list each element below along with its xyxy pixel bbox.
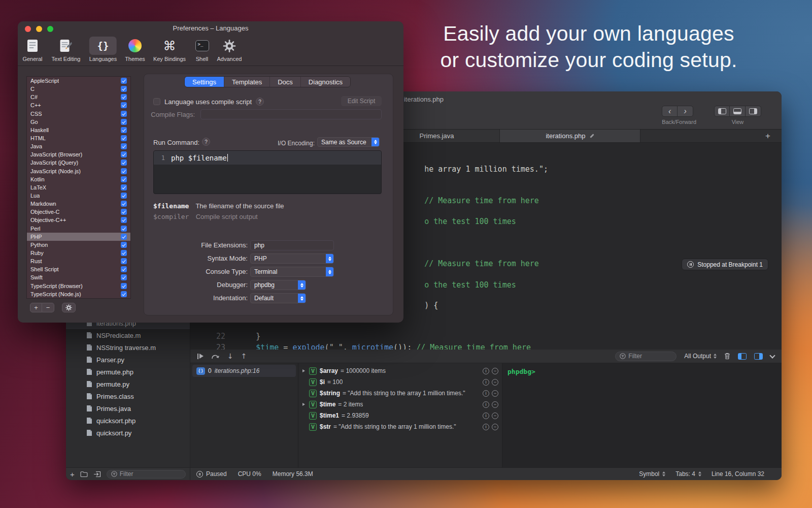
output-filter-select[interactable]: All Output (684, 352, 717, 360)
file-row[interactable]: Primes.java (66, 402, 190, 415)
language-checkbox[interactable] (121, 242, 127, 248)
language-checkbox[interactable] (121, 283, 127, 289)
variable-row[interactable]: $i = 100 (298, 376, 502, 388)
language-checkbox[interactable] (121, 176, 127, 182)
language-row[interactable]: Go (27, 118, 130, 126)
breakpoint-item[interactable]: 0 iterations.php:16 (192, 365, 296, 377)
prefs-tab-advanced[interactable]: Advanced (217, 37, 242, 62)
file-row[interactable]: NSPredicate.m (66, 329, 190, 341)
toggle-right-pane-button[interactable] (754, 353, 763, 360)
language-checkbox[interactable] (121, 119, 127, 125)
remove-icon[interactable] (492, 379, 498, 386)
remove-icon[interactable] (492, 424, 498, 430)
edit-script-button[interactable]: Edit Script (341, 96, 382, 106)
language-row[interactable]: Objective-C (27, 208, 130, 216)
file-filter[interactable] (107, 470, 186, 479)
language-checkbox[interactable] (121, 266, 127, 272)
step-out-button[interactable]: ↑ (241, 352, 247, 360)
language-row[interactable]: LaTeX (27, 183, 130, 192)
language-checkbox[interactable] (121, 291, 127, 297)
prefs-tab-text-editing[interactable]: Text Editing (52, 37, 81, 62)
language-checkbox[interactable] (121, 160, 127, 166)
language-checkbox[interactable] (121, 193, 127, 199)
file-row[interactable]: quicksort.py (66, 427, 190, 439)
language-checkbox[interactable] (121, 78, 127, 84)
language-row[interactable]: C# (27, 93, 130, 101)
debug-console[interactable]: phpdbg> (502, 363, 782, 467)
view-sidebar-button[interactable] (714, 106, 730, 117)
info-icon[interactable] (483, 424, 489, 430)
language-checkbox[interactable] (121, 274, 127, 280)
tab-diagnostics[interactable]: Diagnostics (301, 77, 350, 87)
indentation-select[interactable]: Default (250, 293, 306, 303)
disclosure-triangle-icon[interactable] (302, 369, 308, 372)
language-row[interactable]: Python (27, 241, 130, 249)
language-checkbox[interactable] (121, 168, 127, 174)
info-icon[interactable] (483, 401, 489, 408)
forward-button[interactable] (678, 106, 693, 117)
file-row[interactable]: permute.php (66, 366, 190, 378)
file-extensions-field[interactable]: php (250, 240, 334, 250)
language-row[interactable]: C++ (27, 101, 130, 109)
help-icon[interactable] (202, 138, 210, 146)
console-type-select[interactable]: Terminal (250, 267, 334, 277)
console-filter[interactable] (615, 352, 676, 361)
language-row[interactable]: CSS (27, 110, 130, 118)
language-row[interactable]: Markdown (27, 200, 130, 208)
remove-icon[interactable] (492, 401, 498, 408)
prefs-tab-general[interactable]: General (21, 37, 44, 62)
prefs-tab-shell[interactable]: Shell (190, 37, 214, 62)
variable-row[interactable]: $time1 = 2.93859 (298, 410, 502, 421)
language-row[interactable]: Objective-C++ (27, 216, 130, 224)
language-row[interactable]: TypeScript (Node.js) (27, 290, 130, 298)
export-button[interactable] (93, 471, 101, 478)
prefs-tab-themes[interactable]: Themes (123, 37, 147, 62)
view-inspector-button[interactable] (746, 106, 761, 117)
language-row[interactable]: TypeScript (Browser) (27, 282, 130, 290)
collapse-console-button[interactable] (770, 355, 774, 358)
variable-row[interactable]: $time = 2 items (298, 399, 502, 410)
language-row[interactable]: Perl (27, 225, 130, 233)
close-button[interactable] (25, 26, 31, 32)
tab-templates[interactable]: Templates (224, 77, 270, 87)
language-checkbox[interactable] (121, 184, 127, 190)
language-row[interactable]: JavaScript (jQuery) (27, 158, 130, 167)
language-row[interactable]: JavaScript (Node.js) (27, 167, 130, 175)
remove-icon[interactable] (492, 368, 498, 374)
file-row[interactable]: quicksort.php (66, 415, 190, 427)
view-console-button[interactable] (730, 106, 746, 117)
file-row[interactable]: Parser.py (66, 354, 190, 366)
disclosure-triangle-icon[interactable] (302, 403, 308, 406)
compile-script-checkbox[interactable] (153, 98, 160, 105)
language-row[interactable]: Shell Script (27, 265, 130, 273)
step-in-button[interactable]: ↓ (227, 352, 233, 360)
language-row[interactable]: Java (27, 142, 130, 150)
variable-row[interactable]: $array = 1000000 items (298, 365, 502, 376)
info-icon[interactable] (483, 390, 489, 397)
add-language-button[interactable]: + (30, 303, 42, 312)
language-checkbox[interactable] (121, 209, 127, 215)
file-row[interactable]: Primes.class (66, 390, 190, 402)
language-checkbox[interactable] (121, 226, 127, 232)
add-folder-button[interactable] (80, 471, 88, 477)
add-file-button[interactable]: + (70, 470, 75, 478)
minimize-button[interactable] (36, 26, 42, 32)
info-icon[interactable] (483, 412, 489, 419)
language-checkbox[interactable] (121, 143, 127, 149)
remove-language-button[interactable]: − (42, 303, 54, 312)
remove-icon[interactable] (492, 412, 498, 419)
language-row[interactable]: AppleScript (27, 77, 130, 85)
language-row[interactable]: Lua (27, 192, 130, 200)
symbol-select[interactable]: Symbol (639, 470, 665, 478)
debugger-select[interactable]: phpdbg (250, 280, 306, 290)
language-row[interactable]: PHP (27, 233, 130, 241)
remove-icon[interactable] (492, 390, 498, 397)
run-command-editor[interactable]: 1 php $filename (153, 150, 382, 194)
add-tab-button[interactable]: + (765, 132, 770, 140)
back-button[interactable] (662, 106, 678, 117)
language-checkbox[interactable] (121, 102, 127, 108)
toggle-left-pane-button[interactable] (738, 353, 747, 360)
language-row[interactable]: Haskell (27, 126, 130, 134)
language-row[interactable]: JavaScript (Browser) (27, 150, 130, 158)
clear-console-button[interactable] (724, 353, 730, 360)
